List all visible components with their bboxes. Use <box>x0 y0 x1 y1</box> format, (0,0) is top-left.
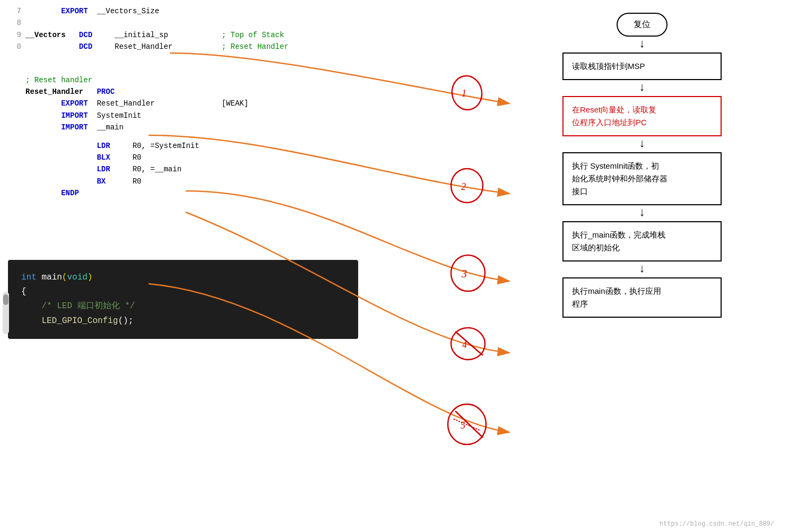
red-circle-1-label: 1 <box>462 88 466 99</box>
red-circle-2-label: 2 <box>461 181 466 192</box>
code-reset-proc: Reset_Handler PROC <box>11 86 350 98</box>
fc-arrow-4: ↓ <box>504 207 780 219</box>
red-circle-5-line1 <box>455 411 483 438</box>
fc-reset-node: 复位 <box>504 13 780 37</box>
fc-arrow-1: ↓ <box>504 39 780 50</box>
fc-oval-reset: 复位 <box>617 13 668 37</box>
code-ldr-si: LDR R0, =SystemInit <box>11 140 350 152</box>
fc-arrow-3: ↓ <box>504 138 780 150</box>
fc-box-reset-vec: 在Reset向量处，读取复位程序入口地址到PC <box>562 96 722 136</box>
fc-box-main-init: 执行_main函数，完成堆栈区域的初始化 <box>562 221 722 261</box>
fc-system-init-node: 执行 SystemInit函数，初始化系统时钟和外部储存器接口 <box>504 152 780 205</box>
dark-code-block: int main(void) { /* LED 端口初始化 */ LED_GPI… <box>8 260 358 339</box>
code-import-si: IMPORT SystemInit <box>11 110 350 121</box>
red-circle-5 <box>448 404 486 444</box>
dc-line-4: LED_GPIO_Config(); <box>21 314 345 328</box>
dc-line-2: { <box>21 285 345 299</box>
dc-line-3: /* LED 端口初始化 */ <box>21 299 345 313</box>
code-import-main: IMPORT __main <box>11 121 350 133</box>
code-line-8: 8 <box>11 17 350 29</box>
fc-box-system-init: 执行 SystemInit函数，初始化系统时钟和外部储存器接口 <box>562 152 722 205</box>
code-blx: BLX R0 <box>11 152 350 163</box>
fc-box-read-sp: 读取栈顶指针到MSP <box>562 53 722 80</box>
red-circle-3-label: 3 <box>461 268 467 280</box>
fc-box-run-main: 执行main函数，执行应用程序 <box>562 277 722 318</box>
fc-read-sp-node: 读取栈顶指针到MSP <box>504 53 780 80</box>
code-line-7: 7 EXPORT __Vectors_Size <box>11 5 350 17</box>
red-circle-5-line2 <box>454 419 481 431</box>
scroll-indicator[interactable] <box>3 292 9 334</box>
flowchart: 复位 ↓ 读取栈顶指针到MSP ↓ 在Reset向量处，读取复位程序入口地址到P… <box>504 11 780 320</box>
code-ldr-main: LDR R0, =__main <box>11 163 350 175</box>
code-comment-reset: ; Reset handler <box>11 74 350 86</box>
code-endp: ENDP <box>11 187 350 199</box>
watermark: https://blog.csdn.net/qin_889/ <box>660 520 774 528</box>
red-circle-4-strike <box>455 332 483 355</box>
red-circle-2 <box>451 169 483 203</box>
fc-arrow-2: ↓ <box>504 82 780 94</box>
red-circle-1 <box>449 74 484 112</box>
red-circle-5-label: 5 <box>461 420 465 431</box>
red-circle-4 <box>450 326 487 361</box>
scroll-thumb[interactable] <box>3 294 8 305</box>
fc-main-init-node: 执行_main函数，完成堆栈区域的初始化 <box>504 221 780 261</box>
red-circle-4-label: 4 <box>462 339 467 350</box>
code-bx: BX R0 <box>11 176 350 187</box>
code-line-0: 0 DCD Reset_Handler ; Reset Handler <box>11 41 350 53</box>
code-area: 7 EXPORT __Vectors_Size 8 9 __Vectors DC… <box>0 0 361 204</box>
red-circle-3 <box>451 255 485 291</box>
fc-reset-vec-node: 在Reset向量处，读取复位程序入口地址到PC <box>504 96 780 136</box>
code-line-9: 9 __Vectors DCD __initial_sp ; Top of St… <box>11 29 350 41</box>
dc-line-1: int main(void) <box>21 271 345 285</box>
code-export-rh: EXPORT Reset_Handler [WEAK] <box>11 98 350 109</box>
fc-arrow-5: ↓ <box>504 264 780 275</box>
fc-run-main-node: 执行main函数，执行应用程序 <box>504 277 780 318</box>
